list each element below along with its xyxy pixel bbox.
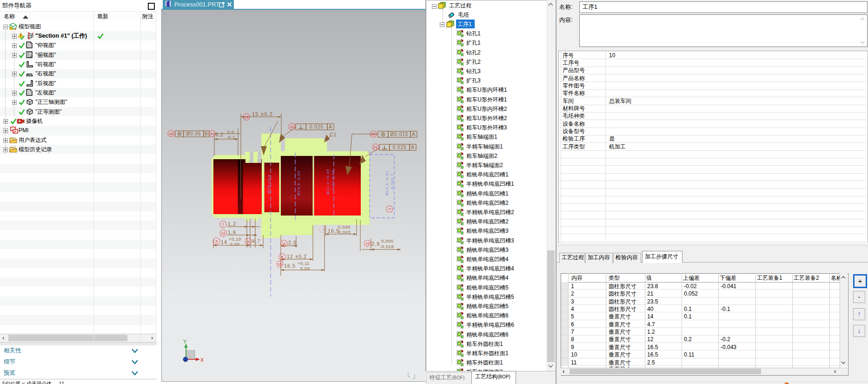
svg-text:11: 11: [282, 242, 286, 246]
svg-text:14: 14: [221, 239, 227, 245]
svg-text:9: 9: [322, 228, 325, 232]
svg-text:-0,1: -0,1: [226, 135, 235, 140]
svg-text:A: A: [412, 132, 416, 137]
svg-text:B: B: [205, 131, 208, 136]
svg-text:17: 17: [291, 197, 295, 201]
svg-text:+0,11: +0,11: [298, 261, 310, 266]
svg-text:12: 12: [221, 231, 225, 236]
svg-text:8: 8: [281, 255, 284, 259]
svg-text:0,00: 0,00: [300, 266, 310, 271]
svg-text:12 ±0,2: 12 ±0,2: [287, 254, 307, 259]
svg-text:0,000: 0,000: [338, 225, 351, 229]
svg-text:Ø0.015: Ø0.015: [391, 132, 409, 137]
svg-text:13: 13: [245, 115, 249, 119]
svg-text:10: 10: [290, 125, 294, 129]
svg-text:C1: C1: [330, 132, 337, 137]
svg-text:16,5: 16,5: [284, 263, 296, 269]
svg-text:-0.02 0.00: -0.02 0.00: [331, 170, 335, 191]
svg-text:0,0: 0,0: [227, 130, 234, 135]
svg-text:18: 18: [169, 132, 173, 136]
svg-text:Ø0.05: Ø0.05: [186, 131, 201, 136]
svg-text:21: 21: [374, 145, 378, 149]
svg-text:15: 15: [365, 242, 370, 246]
svg-text:7: 7: [222, 222, 225, 227]
svg-text:Ø23.8 -0.02: Ø23.8 -0.02: [297, 170, 301, 195]
svg-text:-0,043: -0,043: [337, 230, 351, 235]
svg-text:4,7: 4,7: [252, 238, 260, 244]
svg-text:0.025: 0.025: [310, 124, 324, 129]
svg-text:+0,10: +0,10: [229, 237, 241, 242]
svg-text:2,5: 2,5: [288, 240, 297, 245]
svg-text:0,00: 0,00: [230, 242, 240, 247]
svg-text:16: 16: [278, 262, 282, 266]
svg-text:Ø23.5 -0.02: Ø23.5 -0.02: [385, 170, 389, 195]
svg-text:9,2: 9,2: [215, 132, 224, 137]
svg-text:-0,018: -0,018: [380, 244, 394, 249]
svg-text:1,6: 1,6: [228, 229, 236, 235]
svg-text:Ø40 ±0.1: Ø40 ±0.1: [267, 175, 271, 194]
svg-text:2,9: 2,9: [371, 241, 380, 247]
svg-text:14: 14: [210, 132, 214, 136]
svg-text:1,2: 1,2: [228, 221, 236, 227]
svg-text:5: 5: [216, 239, 218, 243]
svg-text:Y: Y: [183, 339, 187, 344]
svg-text:X: X: [200, 357, 204, 363]
svg-text:1: 1: [388, 208, 392, 210]
svg-text:A: A: [411, 145, 415, 150]
svg-text:0,000: 0,000: [381, 239, 394, 243]
svg-text:A: A: [329, 124, 332, 129]
svg-text:Z: Z: [184, 357, 187, 362]
svg-text:-0.041 T: -0.041 T: [390, 173, 394, 191]
svg-text:Ø21.0 +0.05: Ø21.0 +0.05: [326, 168, 330, 194]
svg-text:20: 20: [371, 132, 376, 136]
svg-text:15 ±0,2: 15 ±0,2: [252, 111, 273, 117]
svg-text:0.025: 0.025: [392, 145, 406, 150]
svg-text:6: 6: [247, 240, 250, 244]
